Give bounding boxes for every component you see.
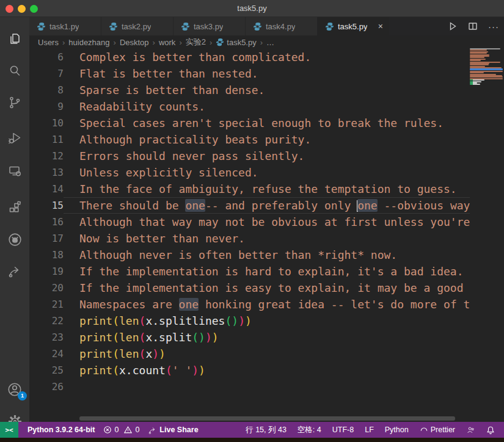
code-line-text: Namespaces are one honking great idea --… xyxy=(64,296,470,313)
github-icon[interactable] xyxy=(0,227,29,252)
code-token: If the implementation is hard to explain… xyxy=(79,265,464,278)
python-interpreter-item[interactable]: Python 3.9.2 64-bit xyxy=(23,422,99,438)
code-line[interactable]: 12Errors should never pass silently. xyxy=(29,148,470,164)
cursor-position-item[interactable]: 行 15, 列 43 xyxy=(240,422,292,438)
code-token: x.splitlines xyxy=(145,314,225,327)
run-file-icon[interactable] xyxy=(448,21,458,31)
code-line[interactable]: 16Although that way may not be obvious a… xyxy=(29,214,470,230)
more-actions-icon[interactable]: ··· xyxy=(488,21,499,32)
line-number: 21 xyxy=(29,296,64,313)
code-line[interactable]: 10Special cases aren't special enough to… xyxy=(29,115,470,131)
split-editor-icon[interactable] xyxy=(468,21,478,31)
code-line[interactable]: 25print(x.count(' ')) xyxy=(29,362,470,379)
code-line[interactable]: 11Although practicality beats purity. xyxy=(29,131,470,148)
code-line[interactable]: 8Sparse is better than dense. xyxy=(29,82,470,98)
code-editor[interactable]: 6Complex is better than complicated.7Fla… xyxy=(29,49,470,416)
code-line[interactable]: 14In the face of ambiguity, refuse the t… xyxy=(29,181,470,197)
code-line[interactable]: 23print(len(x.split())) xyxy=(29,329,470,346)
problems-item[interactable]: 0 0 xyxy=(99,422,144,438)
breadcrumb-item[interactable]: … xyxy=(266,38,274,47)
feedback-item[interactable] xyxy=(461,422,481,438)
horizontal-scrollbar[interactable] xyxy=(79,416,455,421)
breadcrumb-item-label: Users xyxy=(38,38,59,47)
breadcrumb-item[interactable]: Users xyxy=(38,38,59,47)
search-icon[interactable] xyxy=(0,59,29,83)
breadcrumb-separator: › xyxy=(114,38,116,47)
code-token: --obvious way to do it. xyxy=(378,199,470,212)
code-token: ) xyxy=(238,314,245,327)
code-line[interactable]: 22print(len(x.splitlines())) xyxy=(29,313,470,329)
code-line[interactable]: 6Complex is better than complicated. xyxy=(29,49,470,65)
code-token: Although never is often better than *rig… xyxy=(79,248,397,261)
code-line[interactable]: 24print(len(x)) xyxy=(29,346,470,362)
explorer-icon[interactable] xyxy=(0,27,29,51)
code-line-text: Although never is often better than *rig… xyxy=(64,247,470,263)
code-token: len xyxy=(119,331,139,344)
code-line[interactable]: 13Unless explicitly silenced. xyxy=(29,164,470,181)
indentation-label: 空格: 4 xyxy=(298,425,321,435)
code-line[interactable]: 17Now is better than never. xyxy=(29,230,470,247)
minimap[interactable] xyxy=(470,48,503,85)
line-number: 16 xyxy=(29,214,64,230)
breadcrumb-separator: › xyxy=(210,38,212,47)
code-token: ( xyxy=(139,331,146,344)
code-token: Unless explicitly silenced. xyxy=(79,166,258,179)
tab-task3.py[interactable]: task3.py xyxy=(173,17,246,35)
code-token: Readability counts. xyxy=(79,100,205,113)
language-mode-item[interactable]: Python xyxy=(379,422,414,438)
code-line-text: Now is better than never. xyxy=(64,230,470,247)
live-share-item[interactable]: Live Share xyxy=(144,422,202,438)
desktop-background-strip xyxy=(0,438,504,442)
code-line[interactable]: 19If the implementation is hard to expla… xyxy=(29,263,470,280)
code-line[interactable]: 26 xyxy=(29,379,470,395)
breadcrumb-separator: › xyxy=(62,38,65,47)
close-tab-icon[interactable]: × xyxy=(377,22,384,31)
tab-task4.py[interactable]: task4.py xyxy=(246,17,318,35)
remote-indicator[interactable]: >< xyxy=(0,422,18,438)
source-control-icon[interactable] xyxy=(0,90,29,115)
breadcrumb-item[interactable]: work xyxy=(159,38,175,47)
code-line[interactable]: 7Flat is better than nested. xyxy=(29,65,470,82)
code-line-text: If the implementation is hard to explain… xyxy=(64,263,470,280)
breadcrumb-separator: › xyxy=(260,38,263,47)
encoding-item[interactable]: UTF-8 xyxy=(327,422,359,438)
breadcrumb-item[interactable]: task5.py xyxy=(216,38,256,47)
code-line[interactable]: 21Namespaces are one honking great idea … xyxy=(29,296,470,313)
breadcrumb-item-label: task5.py xyxy=(227,38,256,47)
eol-item[interactable]: LF xyxy=(359,422,379,438)
minimap-line xyxy=(470,72,484,73)
breadcrumb-item[interactable]: Desktop xyxy=(120,38,149,47)
code-token: print xyxy=(79,347,112,360)
code-token: print xyxy=(79,314,112,327)
breadcrumb-item[interactable]: 实验2 xyxy=(186,37,206,48)
tab-task2.py[interactable]: task2.py xyxy=(101,17,173,35)
code-line[interactable]: 9Readability counts. xyxy=(29,98,470,115)
code-line-text: Readability counts. xyxy=(64,98,470,115)
code-line-text: Special cases aren't special enough to b… xyxy=(64,115,470,131)
vscode-window: task5.py 1 xyxy=(0,0,504,442)
live-share-icon[interactable] xyxy=(0,259,29,283)
line-number: 6 xyxy=(29,49,64,65)
remote-explorer-icon[interactable] xyxy=(0,159,29,183)
indentation-item[interactable]: 空格: 4 xyxy=(292,422,327,438)
code-token: ) xyxy=(192,364,199,377)
run-debug-icon[interactable] xyxy=(0,126,29,150)
tab-task1.py[interactable]: task1.py xyxy=(29,17,101,35)
tab-task5.py[interactable]: task5.py× xyxy=(318,17,390,35)
extensions-icon[interactable] xyxy=(0,195,29,220)
code-line[interactable]: 20If the implementation is easy to expla… xyxy=(29,280,470,296)
breadcrumb-item[interactable]: huidezhang xyxy=(68,38,109,47)
accounts-icon[interactable]: 1 xyxy=(0,377,29,402)
code-line[interactable]: 18Although never is often better than *r… xyxy=(29,247,470,263)
notifications-bell-icon[interactable] xyxy=(481,422,500,438)
code-token: () xyxy=(192,331,205,344)
warning-count: 0 xyxy=(135,426,139,434)
encoding-label: UTF-8 xyxy=(332,426,354,434)
code-line[interactable]: 15There should be one-- and preferably o… xyxy=(29,197,470,214)
code-line-text: print(len(x.split())) xyxy=(64,329,470,346)
code-line-text: There should be one-- and preferably onl… xyxy=(64,197,470,214)
code-token: print xyxy=(79,331,112,344)
formatter-item[interactable]: Prettier xyxy=(414,422,461,438)
formatter-label: Prettier xyxy=(431,426,455,434)
activity-bar: 1 1 xyxy=(0,17,29,422)
